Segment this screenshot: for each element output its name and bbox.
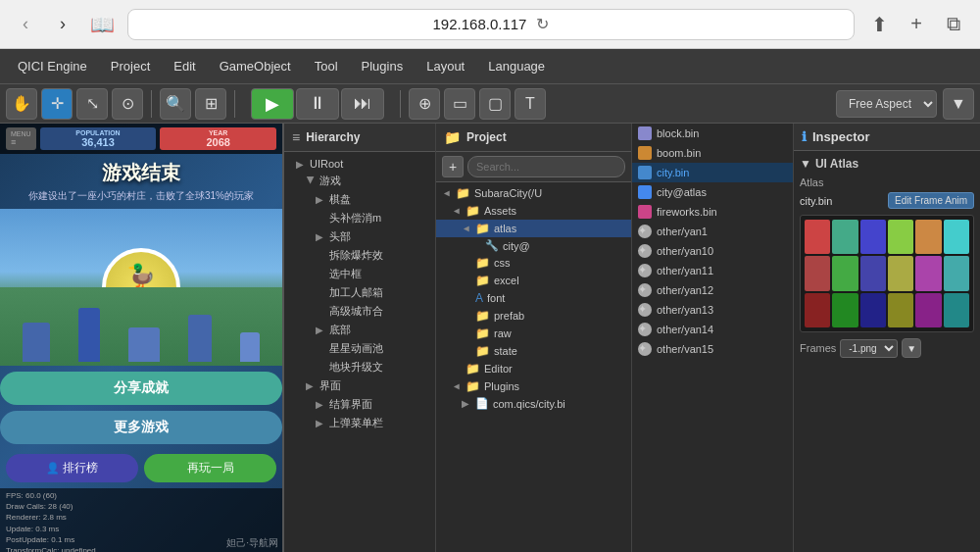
menu-language[interactable]: Language [478, 55, 555, 77]
hierarchy-header: ≡ Hierarchy [284, 124, 435, 152]
scale-tool-button[interactable]: ⤡ [76, 88, 108, 120]
edit-frame-anim-button[interactable]: Edit Frame Anim [888, 192, 974, 209]
other-yan11-label: other/yan11 [657, 265, 713, 276]
replay-button[interactable]: 再玩一局 [144, 454, 276, 482]
prefab-label: prefab [494, 310, 524, 322]
project-folder-icon: 📁 [444, 129, 461, 145]
aspect-dropdown-button[interactable]: ▼ [943, 88, 974, 120]
file-city-atlas[interactable]: city@atlas [632, 182, 793, 202]
proj-item-editor[interactable]: 📁 Editor [436, 360, 631, 377]
back-button[interactable]: ‹ [12, 11, 39, 38]
tree-item-head[interactable]: ▶ 头部 [284, 227, 435, 246]
menu-gameobject[interactable]: GameObject [210, 55, 301, 77]
file-city-bin[interactable]: city.bin [632, 163, 793, 182]
proj-item-atlas[interactable]: ▼ 📁 atlas [436, 220, 631, 237]
tree-item-popup-menu[interactable]: ▶ 上弹菜单栏 [284, 414, 435, 432]
tree-item-worker-mail[interactable]: 加工人邮箱 [284, 283, 435, 302]
inspector-section-header: ▼ UI Atlas [800, 157, 974, 171]
frames-label: Frames [800, 342, 836, 354]
forward-button[interactable]: › [49, 11, 76, 38]
text-tool-button[interactable]: T [514, 88, 546, 120]
hierarchy-tree: ▶ UIRoot ▶ 游戏 ▶ 棋盘 头补偿消m ▶ 头部 拆除爆炸效 [284, 152, 435, 552]
proj-item-com-qics[interactable]: ▶ 📄 com.qics/city.bi [436, 395, 631, 412]
new-tab-button[interactable]: + [902, 10, 931, 39]
tree-item-remove-effect[interactable]: 拆除爆炸效 [284, 246, 435, 265]
tree-item-settlement[interactable]: ▶ 结算界面 [284, 395, 435, 414]
file-other-yan13[interactable]: ✦ other/yan13 [632, 300, 793, 320]
leaderboard-button[interactable]: 👤 排行榜 [6, 454, 138, 482]
aspect-ratio-select[interactable]: Free Aspect [836, 90, 937, 118]
frames-select[interactable]: -1.png [840, 339, 898, 358]
menu-edit[interactable]: Edit [164, 55, 205, 77]
proj-item-state[interactable]: 📁 state [436, 342, 631, 360]
tree-item-advanced-city[interactable]: 高级城市合 [284, 302, 435, 321]
frames-dropdown-button[interactable]: ▼ [902, 338, 921, 358]
url-bar[interactable]: 192.168.0.117 ↻ [127, 9, 855, 40]
sprite-block-1 [832, 220, 858, 254]
rotate-tool-button[interactable]: ⊙ [112, 88, 143, 120]
menu-layout[interactable]: Layout [416, 55, 474, 77]
proj-item-prefab[interactable]: 📁 prefab [436, 307, 631, 325]
proj-item-plugins[interactable]: ▼ 📁 Plugins [436, 377, 631, 395]
menu-qici[interactable]: QICI Engine [8, 55, 97, 77]
hand-tool-button[interactable]: ✋ [6, 88, 37, 120]
css-label: css [494, 257, 511, 269]
tree-item-head-comp[interactable]: 头补偿消m [284, 209, 435, 227]
rect-tool-button[interactable]: ▭ [444, 88, 475, 120]
share-button[interactable]: ⬆ [864, 10, 894, 39]
more-games-button[interactable]: 更多游戏 [0, 411, 282, 444]
tree-item-star-pool[interactable]: 星星动画池 [284, 339, 435, 358]
menu-plugins[interactable]: Plugins [352, 55, 414, 77]
menu-project[interactable]: Project [101, 55, 160, 77]
assets-label: Assets [484, 205, 516, 217]
proj-item-raw[interactable]: 📁 raw [436, 325, 631, 342]
tree-item-upgrade-text[interactable]: 地块升级文 [284, 358, 435, 376]
tree-item-game[interactable]: ▶ 游戏 [284, 172, 435, 190]
city-bin-icon [638, 166, 652, 179]
tree-item-bottom[interactable]: ▶ 底部 [284, 321, 435, 339]
sprite-block-9 [888, 256, 913, 290]
head-arrow: ▶ [316, 231, 325, 242]
tree-item-uiroot[interactable]: ▶ UIRoot [284, 156, 435, 172]
section-arrow: ▼ [800, 157, 811, 171]
remove-effect-label: 拆除爆炸效 [329, 248, 383, 263]
file-other-yan14[interactable]: ✦ other/yan14 [632, 320, 793, 339]
grid-tool-button[interactable]: ⊞ [195, 88, 226, 120]
project-add-button[interactable]: + [442, 156, 464, 177]
proj-item-css[interactable]: 📁 css [436, 254, 631, 272]
rect2-tool-button[interactable]: ▢ [479, 88, 511, 120]
bottom-arrow: ▶ [316, 325, 325, 335]
game-menu-button[interactable]: MENU ≡ [6, 127, 36, 150]
menu-tool[interactable]: Tool [305, 55, 348, 77]
tree-item-ui[interactable]: ▶ 界面 [284, 376, 435, 395]
tree-item-board[interactable]: ▶ 棋盘 [284, 190, 435, 209]
share-achievement-button[interactable]: 分享成就 [0, 372, 282, 405]
proj-item-excel[interactable]: 📁 excel [436, 272, 631, 289]
file-boom-bin[interactable]: boom.bin [632, 143, 793, 163]
file-other-yan11[interactable]: ✦ other/yan11 [632, 261, 793, 280]
file-fireworks-bin[interactable]: fireworks.bin [632, 202, 793, 222]
tabs-button[interactable]: ⧉ [939, 10, 968, 39]
proj-item-subara[interactable]: ▼ 📁 SubaraCity(/U [436, 184, 631, 202]
move-tool-button[interactable]: ✛ [41, 88, 73, 120]
proj-item-font[interactable]: A font [436, 289, 631, 307]
play-button[interactable]: ▶ [251, 88, 294, 120]
tree-item-select-box[interactable]: 选中框 [284, 265, 435, 283]
anchor-tool-button[interactable]: ⊕ [409, 88, 440, 120]
file-block-bin[interactable]: block.bin [632, 124, 793, 143]
frames-row: Frames -1.png ▼ [800, 338, 974, 358]
step-button[interactable]: ⏭ [341, 88, 384, 120]
reload-button[interactable]: ↻ [536, 15, 549, 33]
pause-button[interactable]: ⏸ [296, 88, 339, 120]
zoom-tool-button[interactable]: 🔍 [160, 88, 191, 120]
file-other-van15[interactable]: ✦ other/van15 [632, 339, 793, 359]
file-other-yan12[interactable]: ✦ other/yan12 [632, 280, 793, 300]
file-other-yan10[interactable]: ✦ other/yan10 [632, 241, 793, 261]
file-other-yan1[interactable]: ✦ other/yan1 [632, 222, 793, 241]
bookmarks-button[interactable]: 📖 [86, 9, 118, 40]
proj-item-assets[interactable]: ▼ 📁 Assets [436, 202, 631, 220]
atlas-label: atlas [494, 223, 516, 234]
atlas-preview [800, 215, 974, 332]
project-search-input[interactable] [467, 156, 625, 177]
proj-item-city-at[interactable]: 🔧 city@ [436, 237, 631, 254]
